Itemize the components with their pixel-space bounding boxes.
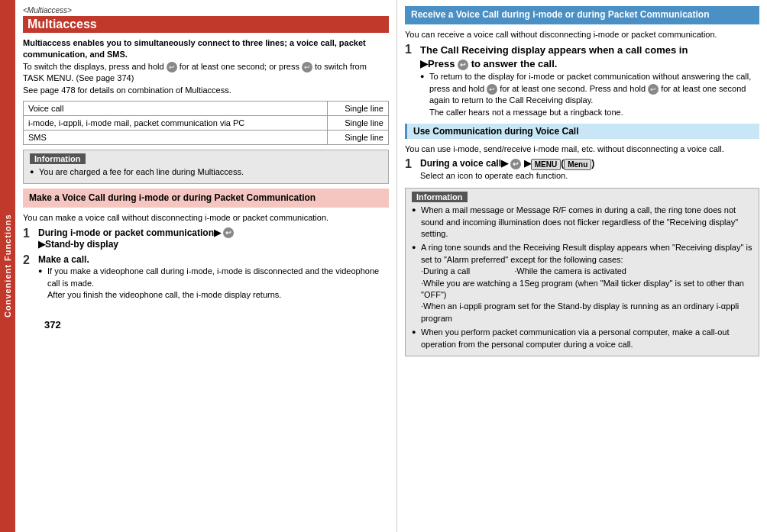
table-cell-label: Voice call [24, 101, 328, 115]
right-subsection-body: You can use i-mode, send/receive i-mode … [405, 143, 759, 155]
page-number: 372 [44, 319, 61, 330]
table-cell-label: SMS [24, 130, 328, 144]
right-section-heading: Receive a Voice Call during i-mode or du… [405, 6, 759, 24]
right-subsection-heading: Use Communication during Voice Call [405, 124, 759, 139]
right-step-1b-sub: Select an icon to operate each function. [420, 170, 759, 182]
right-step-1b: 1 During a voice call▶ ↩ ▶MENU( Menu ) S… [405, 158, 759, 185]
information-box-2: Information When a mail message or Messa… [405, 188, 759, 356]
step-1: 1 During i-mode or packet communication▶… [23, 227, 389, 251]
information-box-1: Information You are charged a fee for ea… [23, 150, 389, 184]
step-1-title: During i-mode or packet communication▶ ↩… [38, 227, 389, 251]
table-cell-value: Single line [328, 101, 389, 115]
right-column: Receive a Voice Call during i-mode or du… [397, 0, 767, 532]
info-box-header: Information [30, 153, 86, 164]
subsection-heading-make-call: Make a Voice Call during i-mode or durin… [23, 189, 389, 208]
right-step-1b-title: During a voice call▶ ↩ ▶MENU( Menu ) [420, 158, 759, 170]
table-row: Voice call Single line [24, 101, 389, 115]
info-bullet-1: When a mail message or Message R/F comes… [412, 205, 752, 240]
table-row: i-mode, i-αppli, i-mode mail, packet com… [24, 115, 389, 130]
step-2-title: Make a call. [38, 254, 389, 266]
info-bullet-3: When you perform packet communication vi… [412, 327, 752, 350]
multiaccess-table: Voice call Single line i-mode, i-αppli, … [23, 101, 389, 145]
table-cell-value: Single line [328, 115, 389, 130]
info-bullet-2: A ring tone sounds and the Receiving Res… [412, 242, 752, 324]
right-step-1-title: The Call Receiving display appears when … [420, 44, 759, 71]
left-column: <Multiaccess> Multiaccess Multiaccess en… [15, 0, 397, 532]
breadcrumb: <Multiaccess> [23, 6, 389, 15]
table-cell-value: Single line [328, 130, 389, 144]
right-section-body: You can receive a voice call without dis… [405, 29, 759, 40]
sidebar-label: Convenient Functions [0, 0, 15, 532]
subsection-body-make-call: You can make a voice call without discon… [23, 212, 389, 224]
right-step-1: 1 The Call Receiving display appears whe… [405, 44, 759, 121]
intro-paragraph: Multiaccess enables you to simultaneousl… [23, 37, 389, 96]
table-row: SMS Single line [24, 130, 389, 144]
table-cell-label: i-mode, i-αppli, i-mode mail, packet com… [24, 115, 328, 130]
step-2: 2 Make a call. If you make a videophone … [23, 254, 389, 304]
step-2-bullet: If you make a videophone call during i-m… [38, 266, 389, 301]
page-title: Multiaccess [23, 16, 389, 33]
right-step-1-bullet: To return to the display for i-mode or p… [420, 71, 759, 118]
info-box-text: You are charged a fee for each line duri… [30, 166, 382, 178]
info-box-2-header: Information [412, 192, 468, 202]
